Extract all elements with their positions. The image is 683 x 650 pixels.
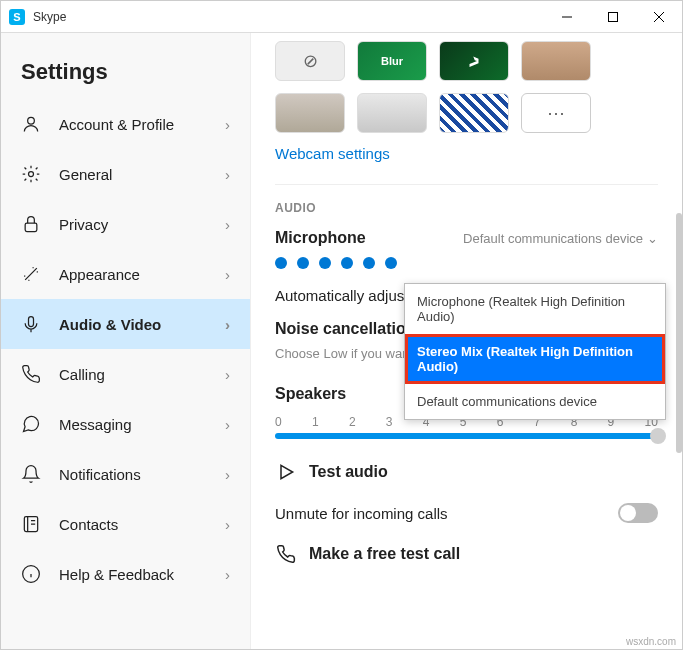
dropdown-option-selected[interactable]: Stereo Mix (Realtek High Definition Audi… (405, 334, 665, 384)
chevron-right-icon: › (225, 466, 230, 483)
chat-icon (21, 414, 41, 434)
free-test-call-button[interactable]: Make a free test call (275, 543, 658, 565)
close-button[interactable] (636, 1, 682, 33)
sidebar-item-account[interactable]: Account & Profile › (1, 99, 250, 149)
sidebar-item-label: Messaging (59, 416, 132, 433)
background-blur[interactable]: Blur (357, 41, 427, 81)
play-icon (275, 461, 297, 483)
audio-section-label: AUDIO (275, 201, 658, 215)
background-preset-1[interactable] (521, 41, 591, 81)
divider (275, 184, 658, 185)
sidebar-item-appearance[interactable]: Appearance › (1, 249, 250, 299)
unmute-toggle-row: Unmute for incoming calls (275, 503, 658, 523)
sidebar-item-label: Privacy (59, 216, 108, 233)
titlebar: S Skype (1, 1, 682, 33)
sidebar-item-label: Account & Profile (59, 116, 174, 133)
sidebar-item-privacy[interactable]: Privacy › (1, 199, 250, 249)
microphone-label: Microphone (275, 229, 366, 247)
speakers-label: Speakers (275, 385, 346, 403)
sidebar-item-label: Contacts (59, 516, 118, 533)
lock-icon (21, 214, 41, 234)
sidebar-item-label: General (59, 166, 112, 183)
svg-rect-7 (29, 317, 34, 327)
background-preset-4[interactable] (439, 93, 509, 133)
wand-icon (21, 264, 41, 284)
scrollbar[interactable] (676, 213, 682, 453)
settings-heading: Settings (1, 41, 250, 99)
chevron-right-icon: › (225, 366, 230, 383)
sidebar-item-general[interactable]: General › (1, 149, 250, 199)
svg-point-4 (28, 117, 35, 124)
chevron-right-icon: › (225, 116, 230, 133)
skype-logo: S (9, 9, 25, 25)
chevron-right-icon: › (225, 216, 230, 233)
background-preset-2[interactable] (275, 93, 345, 133)
sidebar-item-label: Appearance (59, 266, 140, 283)
profile-icon (21, 114, 41, 134)
background-bing[interactable] (439, 41, 509, 81)
minimize-button[interactable] (544, 1, 590, 33)
microphone-row: Microphone Default communications device… (275, 229, 658, 247)
settings-sidebar: Settings Account & Profile › General › P… (1, 33, 251, 649)
sidebar-item-label: Audio & Video (59, 316, 161, 333)
unmute-label: Unmute for incoming calls (275, 505, 448, 522)
microphone-level-meter (275, 257, 658, 269)
chevron-right-icon: › (225, 516, 230, 533)
sidebar-item-label: Help & Feedback (59, 566, 174, 583)
background-more[interactable]: ⋯ (521, 93, 591, 133)
webcam-settings-link[interactable]: Webcam settings (275, 145, 658, 162)
sidebar-item-help[interactable]: Help & Feedback › (1, 549, 250, 599)
sidebar-item-notifications[interactable]: Notifications › (1, 449, 250, 499)
noise-cancellation-label: Noise cancellation (275, 320, 416, 338)
background-thumbnails-row-1: ⊘ Blur (275, 41, 658, 81)
sidebar-item-label: Notifications (59, 466, 141, 483)
watermark: wsxdn.com (626, 636, 676, 647)
sidebar-item-messaging[interactable]: Messaging › (1, 399, 250, 449)
chevron-right-icon: › (225, 316, 230, 333)
phone-icon (275, 543, 297, 565)
sidebar-item-label: Calling (59, 366, 105, 383)
dropdown-option[interactable]: Microphone (Realtek High Definition Audi… (405, 284, 665, 334)
chevron-right-icon: › (225, 416, 230, 433)
settings-content: ⊘ Blur ⋯ Webcam settings AUDIO Microphon… (251, 33, 682, 649)
contacts-icon (21, 514, 41, 534)
chevron-right-icon: › (225, 166, 230, 183)
svg-rect-1 (609, 12, 618, 21)
sidebar-item-audio-video[interactable]: Audio & Video › (1, 299, 250, 349)
background-none[interactable]: ⊘ (275, 41, 345, 81)
svg-point-5 (29, 172, 34, 177)
test-audio-button[interactable]: Test audio (275, 461, 658, 483)
chevron-right-icon: › (225, 566, 230, 583)
slider-track (275, 433, 658, 439)
phone-icon (21, 364, 41, 384)
microphone-device-dropdown[interactable]: Default communications device ⌄ (463, 231, 658, 246)
bell-icon (21, 464, 41, 484)
info-icon (21, 564, 41, 584)
microphone-icon (21, 314, 41, 334)
svg-marker-12 (281, 465, 293, 478)
svg-rect-6 (25, 223, 37, 231)
maximize-button[interactable] (590, 1, 636, 33)
gear-icon (21, 164, 41, 184)
sidebar-item-calling[interactable]: Calling › (1, 349, 250, 399)
microphone-dropdown-menu: Microphone (Realtek High Definition Audi… (404, 283, 666, 420)
app-title: Skype (33, 10, 66, 24)
unmute-toggle[interactable] (618, 503, 658, 523)
chevron-down-icon: ⌄ (647, 231, 658, 246)
slider-thumb[interactable] (650, 428, 666, 444)
background-thumbnails-row-2: ⋯ (275, 93, 658, 133)
dropdown-option[interactable]: Default communications device (405, 384, 665, 419)
chevron-right-icon: › (225, 266, 230, 283)
background-preset-3[interactable] (357, 93, 427, 133)
sidebar-item-contacts[interactable]: Contacts › (1, 499, 250, 549)
